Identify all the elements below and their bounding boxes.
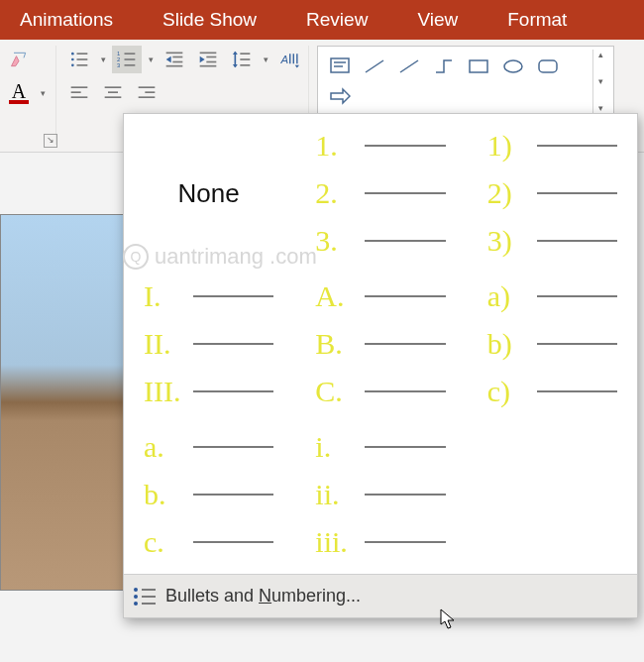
ribbon-tabs: Animations Slide Show Review View Format: [0, 0, 644, 40]
numbering-upper-roman[interactable]: I. II. III.: [138, 275, 279, 413]
svg-line-41: [366, 60, 383, 72]
bullets-icon: [134, 588, 156, 606]
line-spacing-button[interactable]: [227, 46, 257, 73]
numbering-lower-roman[interactable]: i. ii. iii.: [309, 425, 451, 564]
align-right-button[interactable]: [132, 79, 161, 107]
shape-line-icon[interactable]: [357, 52, 391, 81]
svg-rect-43: [470, 60, 487, 72]
numbering-chevron-icon[interactable]: ▾: [146, 55, 156, 64]
svg-rect-38: [331, 58, 349, 72]
chevron-down-icon[interactable]: ▾: [261, 55, 270, 64]
numbering-arabic-paren[interactable]: 1) 2) 3): [482, 124, 623, 263]
shape-rect-icon[interactable]: [461, 52, 495, 81]
svg-marker-21: [200, 56, 205, 63]
bullets-numbering-label: Bullets and Numbering...: [165, 586, 361, 607]
shapes-gallery[interactable]: ▴▾▾: [317, 46, 614, 117]
tab-slideshow[interactable]: Slide Show: [162, 9, 257, 31]
svg-marker-47: [441, 609, 454, 628]
svg-marker-46: [331, 89, 350, 103]
numbering-lower-alpha[interactable]: a. b. c.: [138, 425, 279, 564]
decrease-indent-button[interactable]: [160, 46, 189, 73]
svg-marker-25: [233, 52, 238, 55]
tab-view[interactable]: View: [417, 9, 458, 31]
clear-formatting-button[interactable]: [4, 46, 34, 73]
shape-oval-icon[interactable]: [495, 52, 530, 81]
numbering-upper-alpha[interactable]: A. B. C.: [309, 275, 451, 413]
svg-text:3: 3: [117, 62, 120, 68]
svg-point-44: [504, 60, 522, 72]
font-group: A ▾ ↘: [0, 40, 52, 152]
shape-textbox-icon[interactable]: [322, 52, 357, 81]
numbering-empty: [482, 425, 623, 564]
align-center-button[interactable]: [98, 79, 128, 107]
bullets-button[interactable]: [64, 46, 94, 73]
numbering-none[interactable]: None: [138, 124, 279, 263]
cursor-icon: [440, 608, 458, 630]
numbering-arabic-period[interactable]: 1. 2. 3.: [309, 124, 451, 263]
shape-roundrect-icon[interactable]: [530, 52, 565, 81]
slide-thumbnail: [0, 214, 135, 591]
svg-point-1: [71, 58, 74, 61]
chevron-down-icon[interactable]: ▾: [98, 55, 108, 64]
numbering-lower-alpha-paren[interactable]: a) b) c): [482, 275, 623, 413]
tab-animations[interactable]: Animations: [20, 9, 113, 31]
bullets-numbering-option[interactable]: Bullets and Numbering...: [124, 574, 637, 617]
svg-point-0: [71, 53, 74, 55]
numbering-dropdown: None 1. 2. 3. 1) 2) 3) I. II. III. A. B.…: [123, 113, 638, 618]
tab-review[interactable]: Review: [306, 9, 368, 31]
font-color-button[interactable]: A: [4, 79, 34, 107]
group-launcher-button[interactable]: ↘: [44, 134, 57, 148]
numbering-button[interactable]: 123: [112, 46, 142, 73]
align-left-button[interactable]: [64, 79, 94, 107]
svg-line-42: [400, 60, 418, 72]
shape-connector-icon[interactable]: [426, 52, 461, 81]
svg-marker-26: [233, 64, 238, 67]
shape-line2-icon[interactable]: [391, 52, 426, 81]
svg-marker-16: [166, 56, 171, 63]
shape-arrow-icon[interactable]: [322, 81, 357, 111]
gallery-scroll[interactable]: ▴▾▾: [592, 50, 609, 113]
text-direction-button[interactable]: A: [274, 46, 304, 73]
svg-rect-45: [539, 60, 557, 72]
increase-indent-button[interactable]: [193, 46, 223, 73]
tab-format[interactable]: Format: [507, 9, 567, 31]
svg-marker-28: [295, 65, 299, 68]
svg-text:A: A: [279, 54, 288, 65]
svg-point-2: [71, 64, 74, 67]
font-color-chevron-icon[interactable]: ▾: [38, 88, 48, 98]
